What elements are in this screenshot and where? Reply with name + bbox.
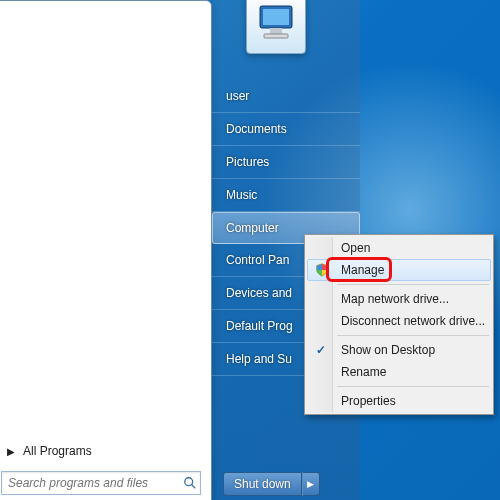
context-menu-item-properties[interactable]: Properties (307, 390, 491, 412)
context-menu-item-open[interactable]: Open (307, 237, 491, 259)
context-menu-separator (337, 335, 489, 336)
context-menu-item-rename[interactable]: Rename (307, 361, 491, 383)
shutdown-button[interactable]: Shut down (223, 472, 302, 496)
context-menu-separator (337, 284, 489, 285)
context-menu-item-map-network-drive-[interactable]: Map network drive... (307, 288, 491, 310)
computer-icon (252, 0, 300, 48)
context-menu-separator (337, 386, 489, 387)
start-menu-item-user[interactable]: user (212, 80, 360, 113)
svg-point-0 (185, 478, 193, 486)
svg-rect-5 (264, 34, 288, 38)
start-menu-item-label: Devices and (226, 286, 292, 300)
search-box[interactable] (1, 471, 201, 495)
checkmark-icon: ✓ (313, 342, 329, 358)
context-menu-item-label: Map network drive... (341, 292, 449, 306)
context-menu-item-label: Manage (341, 263, 384, 277)
context-menu-item-manage[interactable]: Manage (307, 259, 491, 281)
start-menu-item-label: Music (226, 188, 257, 202)
shutdown-options-arrow[interactable]: ▶ (302, 472, 320, 496)
start-menu-item-pictures[interactable]: Pictures (212, 146, 360, 179)
search-icon (180, 476, 200, 490)
all-programs-button[interactable]: ▶ All Programs (1, 439, 201, 463)
start-menu-left-panel: ▶ All Programs (0, 0, 212, 500)
shutdown-button-group: Shut down ▶ (223, 472, 320, 496)
start-menu-item-label: Pictures (226, 155, 269, 169)
shield-icon (314, 262, 330, 278)
user-picture-frame[interactable] (246, 0, 306, 54)
start-menu-item-music[interactable]: Music (212, 179, 360, 212)
context-menu-item-label: Open (341, 241, 370, 255)
search-input[interactable] (2, 476, 180, 490)
start-menu-item-label: Computer (226, 221, 279, 235)
start-menu-item-label: user (226, 89, 249, 103)
start-menu-item-documents[interactable]: Documents (212, 113, 360, 146)
shutdown-label: Shut down (234, 477, 291, 491)
context-menu-item-label: Rename (341, 365, 386, 379)
context-menu-item-label: Disconnect network drive... (341, 314, 485, 328)
context-menu: OpenManageMap network drive...Disconnect… (304, 234, 494, 415)
svg-line-1 (192, 485, 196, 489)
context-menu-item-label: Properties (341, 394, 396, 408)
start-menu-item-label: Documents (226, 122, 287, 136)
context-menu-item-show-on-desktop[interactable]: ✓Show on Desktop (307, 339, 491, 361)
start-menu-item-label: Help and Su (226, 352, 292, 366)
triangle-right-icon: ▶ (7, 446, 15, 457)
context-menu-item-disconnect-network-drive-[interactable]: Disconnect network drive... (307, 310, 491, 332)
svg-rect-4 (270, 28, 282, 34)
context-menu-item-label: Show on Desktop (341, 343, 435, 357)
start-menu-item-label: Control Pan (226, 253, 289, 267)
svg-rect-3 (263, 9, 289, 25)
start-menu-item-label: Default Prog (226, 319, 293, 333)
all-programs-label: All Programs (23, 444, 92, 458)
